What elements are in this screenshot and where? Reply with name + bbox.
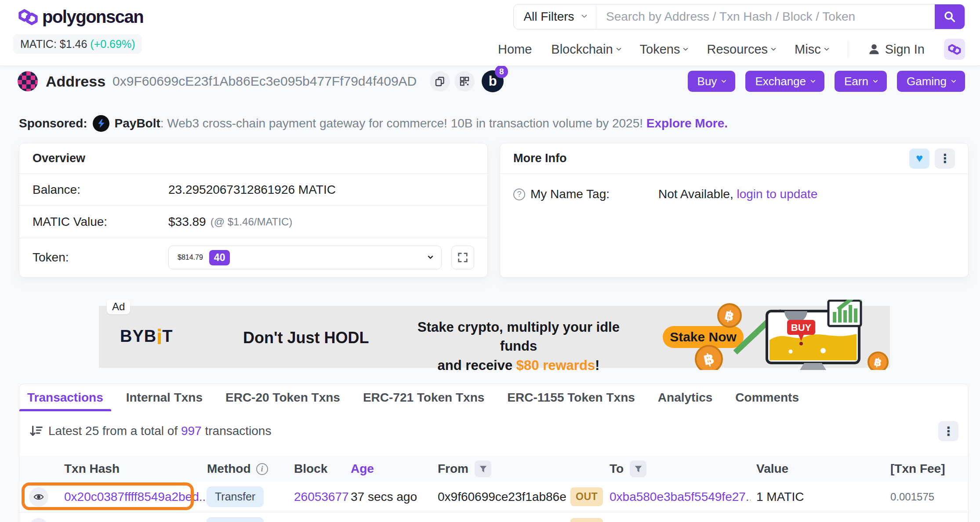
- chevron-down-icon: [581, 12, 587, 18]
- nav-item-home[interactable]: Home: [498, 42, 532, 57]
- method-badge: Transfer: [207, 486, 264, 507]
- polygon-network-button[interactable]: [944, 39, 965, 60]
- polygonscan-logo[interactable]: polygonscan: [18, 7, 143, 27]
- value-cell: 1 MATIC: [751, 490, 890, 504]
- chevron-down-icon: [428, 254, 433, 259]
- search-bar: All Filters: [513, 4, 965, 29]
- from-filter-button[interactable]: [475, 460, 491, 477]
- price-change: (+0.69%): [90, 38, 135, 50]
- copy-address-button[interactable]: [430, 71, 450, 91]
- chevron-down-icon: [771, 46, 776, 51]
- main-nav: Home Blockchain Tokens Resources Misc Si…: [498, 39, 965, 60]
- bitcoin-coin-icon: ฿: [696, 346, 722, 370]
- more-options-button[interactable]: ⋮: [935, 149, 955, 169]
- col-txn-fee: [Txn Fee]: [890, 462, 958, 476]
- chevron-down-icon: [722, 78, 726, 83]
- table-options-button[interactable]: ⋮: [938, 421, 958, 441]
- bybit-logo: BYBT: [120, 327, 173, 346]
- search-input[interactable]: [596, 4, 935, 29]
- sign-in-button[interactable]: Sign In: [867, 42, 925, 57]
- address-header: Address 0x9F60699cE23f1Ab86Ec3e095b477Ff…: [18, 70, 965, 92]
- tab-erc20-token-txns[interactable]: ERC-20 Token Txns: [225, 384, 340, 411]
- summary-suffix: transactions: [202, 424, 272, 438]
- info-icon[interactable]: i: [256, 463, 268, 475]
- overview-card: Overview Balance: 23.2952067312861926 MA…: [19, 143, 488, 278]
- chevron-down-icon: [683, 46, 688, 51]
- col-from: From: [438, 462, 468, 476]
- exchange-button[interactable]: Exchange: [745, 71, 824, 92]
- buy-button[interactable]: Buy: [688, 71, 736, 92]
- nav-item-resources[interactable]: Resources: [707, 42, 775, 57]
- txn-fee-cell: 0.001575: [890, 491, 958, 503]
- address-hash: 0x9F60699cE23f1Ab86Ec3e095b477Ff79d4f409…: [113, 74, 417, 89]
- summary-count-link[interactable]: 997: [181, 424, 202, 438]
- tab-internal-txns[interactable]: Internal Txns: [126, 384, 203, 411]
- nav-item-tokens[interactable]: Tokens: [640, 42, 688, 57]
- token-count-badge: 40: [209, 250, 230, 265]
- txn-hash-link[interactable]: 0x20c0387ffff8549a2bed...: [63, 490, 205, 504]
- nav-item-misc[interactable]: Misc: [795, 42, 828, 57]
- tab-erc1155-token-txns[interactable]: ERC-1155 Token Txns: [507, 384, 635, 411]
- method-badge: Transfer: [207, 517, 264, 522]
- nav-label: Blockchain: [551, 42, 613, 57]
- brand-name: polygonscan: [42, 7, 143, 27]
- button-label: Gaming: [907, 75, 947, 88]
- balance-row: Balance: 23.2952067312861926 MATIC: [19, 174, 487, 206]
- login-to-update-link[interactable]: login to update: [737, 187, 818, 201]
- more-info-title: More Info: [513, 152, 567, 165]
- tab-analytics[interactable]: Analytics: [658, 384, 713, 411]
- age-cell: 37 secs ago: [350, 490, 434, 504]
- col-age-toggle[interactable]: Age: [350, 462, 434, 476]
- copy-icon: [435, 76, 445, 87]
- tab-comments[interactable]: Comments: [735, 384, 799, 411]
- matic-value-label: MATIC Value:: [33, 215, 168, 229]
- token-total-value: $814.79: [178, 254, 203, 261]
- chevron-down-icon: [810, 78, 815, 83]
- col-txn-hash: Txn Hash: [63, 462, 205, 476]
- paybolt-logo-icon: [93, 115, 109, 132]
- search-icon: [944, 11, 956, 23]
- block-link[interactable]: 26053677: [292, 490, 350, 504]
- blockscan-chat-button[interactable]: b 8: [482, 70, 504, 92]
- address-actions: Buy Exchange Earn Gaming: [688, 71, 965, 92]
- nav-label: Home: [498, 42, 532, 57]
- kebab-menu-icon: ⋮: [939, 151, 951, 166]
- ad-illustration: ฿ ฿ ฿ BUY: [683, 300, 890, 370]
- nav-label: Resources: [707, 42, 768, 57]
- bitcoin-coin-icon: ฿: [718, 304, 741, 327]
- tab-transactions[interactable]: Transactions: [27, 384, 103, 411]
- button-label: Exchange: [755, 75, 806, 88]
- favorite-button[interactable]: ♥: [909, 149, 929, 169]
- top-header: polygonscan MATIC: $1.46 (+0.69%) All Fi…: [0, 0, 980, 66]
- earn-button[interactable]: Earn: [835, 71, 887, 92]
- help-icon: ?: [513, 188, 525, 200]
- col-method: Method: [207, 462, 251, 476]
- preview-txn-button[interactable]: [29, 518, 48, 522]
- sponsored-text: : Web3 cross-chain payment gateway for c…: [160, 116, 643, 130]
- matic-price-badge[interactable]: MATIC: $1.46 (+0.69%): [13, 34, 142, 54]
- tab-erc721-token-txns[interactable]: ERC-721 Token Txns: [363, 384, 484, 411]
- more-info-card-header: More Info ♥ ⋮: [500, 143, 968, 174]
- price-label: MATIC:: [20, 38, 57, 50]
- nav-item-blockchain[interactable]: Blockchain: [551, 42, 620, 57]
- sponsored-brand: PayBolt: [115, 116, 160, 130]
- filter-funnel-icon: [634, 465, 642, 473]
- sponsored-link[interactable]: Explore More.: [646, 116, 728, 130]
- to-address-link[interactable]: 0xba580e3ba5f5549fe27...: [606, 490, 751, 504]
- search-filter-dropdown[interactable]: All Filters: [514, 4, 596, 29]
- preview-txn-button[interactable]: [29, 487, 48, 507]
- qr-code-button[interactable]: [454, 71, 475, 91]
- ad-banner[interactable]: Ad BYBT Don't Just HODL Stake crypto, mu…: [99, 306, 890, 368]
- search-button[interactable]: [935, 4, 965, 29]
- gaming-button[interactable]: Gaming: [897, 71, 965, 92]
- token-dropdown[interactable]: $814.79 40: [168, 246, 442, 269]
- ad-copy-line1: Stake crypto, multiply your idle funds: [417, 319, 620, 354]
- sort-icon: [29, 424, 43, 438]
- polygon-logo-icon: [18, 8, 39, 26]
- address-blockie-avatar: [18, 71, 38, 91]
- bybit-logo-text: T: [162, 327, 173, 346]
- name-tag-value: Not Available,: [658, 187, 733, 201]
- to-filter-button[interactable]: [630, 460, 646, 477]
- token-expand-button[interactable]: [451, 246, 474, 269]
- matic-value: $33.89: [168, 215, 206, 229]
